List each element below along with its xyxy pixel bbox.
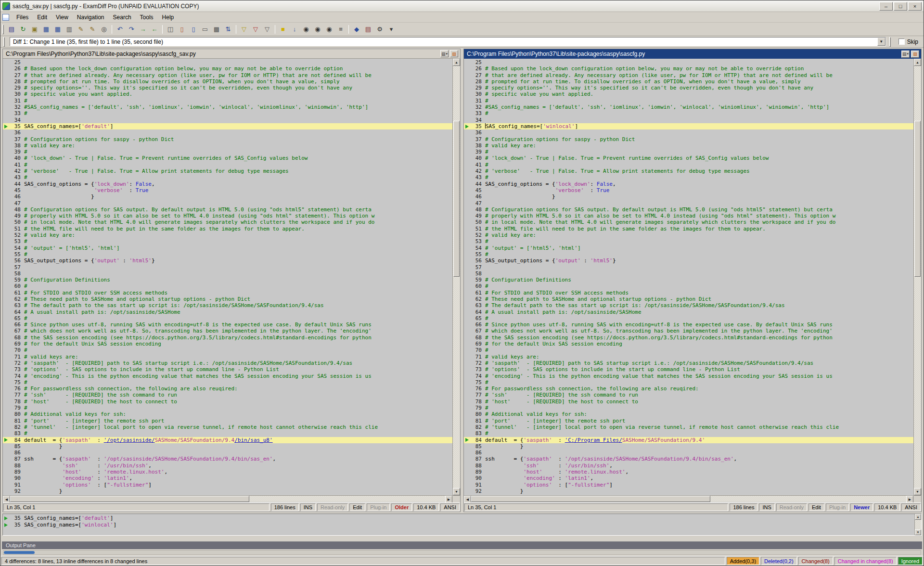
scroll-up-button[interactable]: ▲ [915, 514, 921, 520]
filter-diff-lines-icon[interactable]: ▽ [250, 24, 261, 35]
filter-matching-lines-icon[interactable]: ▽ [262, 24, 272, 35]
filter-all-lines-icon[interactable]: ▽ [239, 24, 249, 35]
code-line[interactable]: 67# which does not work well as utf-8. S… [464, 328, 913, 334]
code-line[interactable]: 50# in local mode. Note that HTML 4.0 wi… [464, 219, 913, 225]
code-line[interactable]: 87ssh = {'saspath' : '/opt/sasinside/SAS… [3, 456, 452, 462]
scroll-track[interactable] [915, 520, 921, 529]
code-line[interactable]: 90 'encoding' : 'latin1', [3, 475, 452, 481]
code-line[interactable]: 51# the HTML file will need to be put in… [3, 226, 452, 232]
code-line[interactable]: 74# 'encoding' - This is the python enco… [464, 373, 913, 379]
code-line[interactable]: 48# Configuration options for SAS output… [464, 206, 913, 213]
code-line[interactable]: 79# [3, 405, 452, 411]
code-line[interactable]: 64# A usual install path is: /opt/sasins… [3, 309, 452, 315]
code-line[interactable]: 37# Configuration options for saspy - py… [3, 136, 452, 142]
code-line[interactable]: 34 [464, 117, 913, 123]
code-line[interactable]: 32#SAS_config_names = ['default', 'ssh',… [464, 104, 913, 110]
code-line[interactable]: 89 'host' : 'remote.linux.host', [3, 469, 452, 475]
code-line[interactable]: 75# [3, 379, 452, 386]
maximize-button[interactable]: □ [894, 2, 907, 11]
code-line[interactable]: 91 'options' : ["-fullstimer"] [3, 482, 452, 488]
scroll-thumb[interactable] [914, 121, 921, 277]
code-line[interactable]: 59# Configuration Definitions [464, 277, 913, 283]
code-line[interactable]: 39# [3, 149, 452, 155]
diff-list-scrollbar[interactable]: ▲ ▼ [914, 514, 921, 535]
code-line[interactable]: 85 } [464, 443, 913, 450]
code-line[interactable]: 83# [3, 430, 452, 437]
undo-icon[interactable]: ↶ [115, 24, 125, 35]
layout-split-icon[interactable]: ◫ [165, 24, 176, 35]
code-line[interactable]: 71# valid keys are: [464, 354, 913, 360]
code-line[interactable]: 38# valid key are: [3, 142, 452, 149]
code-line[interactable]: 70# [3, 347, 452, 353]
code-line[interactable]: 58 [464, 270, 913, 277]
code-line[interactable]: 61# For STDIO and STDIO over SSH access … [3, 290, 452, 296]
goto-line-icon[interactable]: ↓ [289, 24, 300, 35]
scroll-up-button[interactable]: ▲ [453, 59, 460, 66]
code-line[interactable]: 31# [3, 98, 452, 104]
code-line[interactable]: 67# which does not work well as utf-8. S… [3, 328, 452, 334]
code-line[interactable]: 69# for the default Unix SAS session enc… [3, 341, 452, 347]
code-line[interactable]: 35SAS_config_names=['default'] [3, 123, 452, 129]
code-line[interactable]: 29# specify options=''. This way it's sp… [3, 85, 452, 91]
code-line[interactable]: 88 'ssh' : '/usr/bin/ssh', [3, 463, 452, 469]
code-line[interactable]: 87ssh = {'saspath' : '/opt/sasinside/SAS… [464, 456, 913, 462]
code-line[interactable]: 36 [3, 129, 452, 136]
scroll-thumb[interactable] [10, 496, 249, 502]
toolbar-grip[interactable] [2, 25, 4, 34]
minimize-button[interactable]: – [879, 2, 893, 11]
code-line[interactable]: 45 'verbose' : True [3, 187, 452, 193]
show-both-panes-icon[interactable]: ▭ [200, 24, 210, 35]
code-line[interactable]: 49# properly with HTML 5.0 so it can als… [464, 213, 913, 219]
code-line[interactable]: 81# 'port' - [integer] the remote ssh po… [464, 418, 913, 424]
scroll-left-button[interactable]: ◀ [3, 496, 10, 503]
scroll-right-button[interactable]: ▶ [445, 496, 452, 503]
find-next-icon[interactable]: ◉ [312, 24, 323, 35]
code-line[interactable]: 74# 'encoding' - This is the python enco… [3, 373, 452, 379]
code-line[interactable]: 90 'encoding' : 'latin1', [464, 475, 913, 481]
code-line[interactable]: 47 [3, 200, 452, 206]
output-pane-scrollbar[interactable] [3, 550, 921, 555]
code-line[interactable]: 43# [3, 174, 452, 180]
search-icon[interactable]: ◎ [99, 24, 109, 35]
redo-icon[interactable]: ↷ [126, 24, 137, 35]
scroll-up-button[interactable]: ▲ [914, 59, 921, 66]
edit-second-file-icon[interactable]: ✎ [87, 24, 98, 35]
print-icon[interactable]: ▥ [64, 24, 75, 35]
code-line[interactable]: 72# 'saspath' - [REQUIRED] path to SAS s… [464, 360, 913, 366]
code-line[interactable]: 86 [464, 450, 913, 456]
code-line[interactable]: 86 [3, 450, 452, 456]
code-line[interactable]: 53# [3, 238, 452, 244]
pane-open-editor-icon[interactable]: ▨ [911, 51, 919, 58]
show-differences-only-icon[interactable]: ▩ [211, 24, 222, 35]
code-line[interactable]: 77# 'ssh' - [REQUIRED] the ssh command t… [464, 392, 913, 398]
scroll-track[interactable] [471, 496, 906, 502]
code-line[interactable]: 32#SAS_config_names = ['default', 'ssh',… [3, 104, 452, 110]
code-line[interactable]: 33# [464, 110, 913, 116]
code-line[interactable]: 46 } [3, 193, 452, 200]
left-code-area[interactable]: 2526# Based upon the lock_down configura… [3, 59, 452, 495]
left-horizontal-scrollbar[interactable]: ◀ ▶ [3, 495, 460, 502]
code-line[interactable]: 64# A usual install path is: /opt/sasins… [464, 309, 913, 315]
code-line[interactable]: 77# 'ssh' - [REQUIRED] the ssh command t… [3, 392, 452, 398]
code-line[interactable]: 68# the SAS session encoding (see https:… [464, 334, 913, 341]
code-line[interactable]: 36 [464, 129, 913, 136]
code-line[interactable]: 65# [464, 315, 913, 322]
scroll-thumb[interactable] [453, 121, 460, 277]
skip-control[interactable]: Skip [896, 39, 921, 45]
code-line[interactable]: 27# that are defined already. Any necess… [3, 72, 452, 78]
code-line[interactable]: 52# valid key are: [3, 232, 452, 238]
code-line[interactable]: 42# 'verbose' - True | False. True = All… [464, 168, 913, 174]
code-line[interactable]: 66# Since python uses utf-8, running SAS… [464, 322, 913, 328]
code-line[interactable]: 72# 'saspath' - [REQUIRED] path to SAS s… [3, 360, 452, 366]
next-difference-icon[interactable]: → [138, 24, 148, 35]
find-icon[interactable]: ◉ [301, 24, 311, 35]
code-line[interactable]: 54# 'output' = ['html5', 'html'] [464, 245, 913, 251]
code-line[interactable]: 44SAS_config_options = {'lock_down': Fal… [3, 181, 452, 187]
document-icon[interactable] [2, 14, 9, 21]
code-line[interactable]: 30# specific value you want applied. [3, 91, 452, 97]
current-diff-combo[interactable]: Diff 1: Change 1 line (35, first file) t… [10, 37, 886, 46]
menu-item-view[interactable]: View [51, 13, 73, 22]
show-second-pane-icon[interactable]: ▯ [188, 24, 199, 35]
scroll-track[interactable] [453, 66, 460, 488]
code-line[interactable]: 27# that are defined already. Any necess… [464, 72, 913, 78]
